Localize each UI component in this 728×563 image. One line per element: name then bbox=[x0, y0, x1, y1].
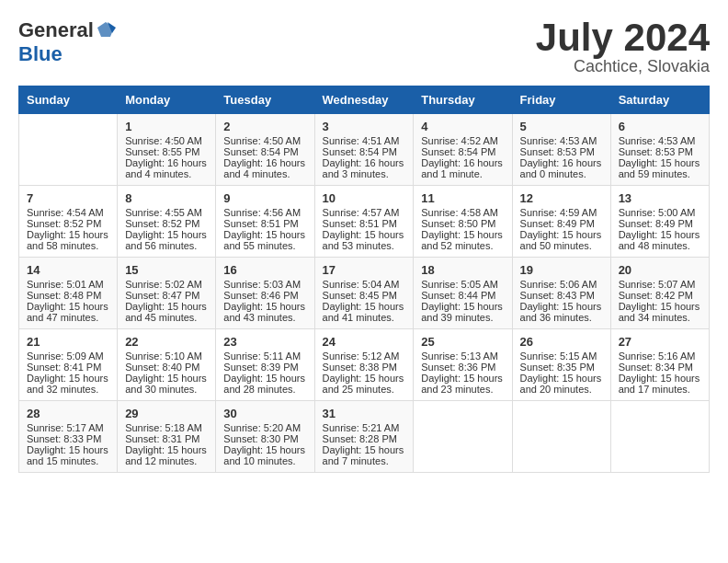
day-info-line: Daylight: 16 hours bbox=[223, 157, 306, 168]
calendar-cell: 18Sunrise: 5:05 AMSunset: 8:44 PMDayligh… bbox=[414, 258, 512, 329]
day-info-line: and 52 minutes. bbox=[421, 240, 504, 251]
column-header-monday: Monday bbox=[118, 86, 216, 114]
month-year-title: July 2024 bbox=[536, 18, 710, 57]
day-info-line: Sunrise: 5:03 AM bbox=[223, 279, 306, 290]
day-info-line: Sunrise: 5:16 AM bbox=[619, 350, 701, 362]
day-info-line: Daylight: 15 hours bbox=[27, 373, 109, 384]
calendar-cell: 9Sunrise: 4:56 AMSunset: 8:51 PMDaylight… bbox=[216, 186, 314, 258]
day-info-line: Sunset: 8:40 PM bbox=[125, 362, 208, 373]
day-info-line: Daylight: 15 hours bbox=[619, 373, 701, 384]
calendar-cell: 17Sunrise: 5:04 AMSunset: 8:45 PMDayligh… bbox=[314, 258, 414, 329]
column-header-tuesday: Tuesday bbox=[216, 86, 314, 114]
day-info-line: Daylight: 16 hours bbox=[125, 157, 208, 168]
day-info-line: Daylight: 15 hours bbox=[619, 301, 701, 312]
day-info-line: Sunrise: 5:04 AM bbox=[323, 279, 406, 290]
day-info-line: and 34 minutes. bbox=[619, 312, 701, 323]
day-number: 31 bbox=[323, 407, 406, 420]
day-info-line: Daylight: 15 hours bbox=[520, 229, 603, 240]
day-info-line: Sunrise: 4:59 AM bbox=[520, 207, 603, 218]
day-number: 7 bbox=[27, 191, 109, 205]
day-number: 8 bbox=[125, 191, 208, 205]
day-number: 14 bbox=[27, 263, 109, 277]
day-info-line: and 15 minutes. bbox=[27, 455, 109, 466]
day-info-line: and 43 minutes. bbox=[223, 312, 306, 323]
location-subtitle: Cachtice, Slovakia bbox=[536, 57, 710, 76]
day-info-line: Sunrise: 4:56 AM bbox=[223, 207, 306, 218]
day-info-line: Sunset: 8:45 PM bbox=[323, 290, 406, 301]
day-info-line: Sunset: 8:28 PM bbox=[323, 433, 406, 444]
day-info-line: Sunset: 8:51 PM bbox=[323, 218, 406, 229]
day-number: 25 bbox=[421, 335, 504, 349]
day-info-line: Sunrise: 4:51 AM bbox=[323, 135, 406, 146]
day-number: 23 bbox=[223, 335, 306, 349]
day-number: 22 bbox=[125, 335, 208, 349]
day-number: 13 bbox=[619, 191, 701, 205]
day-info-line: Sunset: 8:52 PM bbox=[27, 218, 109, 229]
day-info-line: Sunset: 8:36 PM bbox=[421, 362, 504, 373]
day-info-line: Daylight: 15 hours bbox=[619, 157, 701, 168]
day-info-line: Sunset: 8:44 PM bbox=[421, 290, 504, 301]
header: General Blue July 2024 Cachtice, Slovaki… bbox=[18, 18, 710, 76]
calendar-cell: 12Sunrise: 4:59 AMSunset: 8:49 PMDayligh… bbox=[512, 186, 610, 258]
day-info-line: Sunset: 8:54 PM bbox=[421, 146, 504, 157]
calendar-table: SundayMondayTuesdayWednesdayThursdayFrid… bbox=[18, 86, 710, 473]
calendar-cell: 6Sunrise: 4:53 AMSunset: 8:53 PMDaylight… bbox=[610, 114, 709, 186]
logo-general-text: General bbox=[18, 18, 94, 42]
day-info-line: Sunset: 8:53 PM bbox=[619, 146, 701, 157]
day-number: 17 bbox=[323, 263, 406, 277]
calendar-cell: 2Sunrise: 4:50 AMSunset: 8:54 PMDaylight… bbox=[216, 114, 314, 186]
day-info-line: Sunrise: 5:00 AM bbox=[619, 207, 701, 218]
day-info-line: Sunset: 8:31 PM bbox=[125, 433, 208, 444]
day-info-line: Daylight: 15 hours bbox=[421, 229, 504, 240]
day-info-line: Sunset: 8:51 PM bbox=[223, 218, 306, 229]
day-info-line: Sunrise: 4:58 AM bbox=[421, 207, 504, 218]
calendar-cell: 27Sunrise: 5:16 AMSunset: 8:34 PMDayligh… bbox=[610, 329, 709, 401]
day-info-line: Sunset: 8:30 PM bbox=[223, 433, 306, 444]
column-header-thursday: Thursday bbox=[414, 86, 512, 114]
day-info-line: Sunset: 8:43 PM bbox=[520, 290, 603, 301]
day-info-line: Sunset: 8:41 PM bbox=[27, 362, 109, 373]
day-info-line: Sunrise: 5:06 AM bbox=[520, 279, 603, 290]
day-info-line: Daylight: 15 hours bbox=[223, 373, 306, 384]
day-info-line: Sunset: 8:33 PM bbox=[27, 433, 109, 444]
day-info-line: and 48 minutes. bbox=[619, 240, 701, 251]
day-number: 2 bbox=[223, 120, 306, 133]
day-info-line: and 10 minutes. bbox=[223, 455, 306, 466]
calendar-cell: 13Sunrise: 5:00 AMSunset: 8:49 PMDayligh… bbox=[610, 186, 709, 258]
day-info-line: Daylight: 15 hours bbox=[223, 229, 306, 240]
column-header-sunday: Sunday bbox=[19, 86, 118, 114]
day-info-line: Daylight: 15 hours bbox=[27, 229, 109, 240]
day-info-line: Sunrise: 4:54 AM bbox=[27, 207, 109, 218]
day-info-line: and 0 minutes. bbox=[520, 168, 603, 179]
day-number: 10 bbox=[323, 191, 406, 205]
calendar-week-row: 14Sunrise: 5:01 AMSunset: 8:48 PMDayligh… bbox=[19, 258, 710, 329]
day-info-line: Daylight: 15 hours bbox=[421, 301, 504, 312]
calendar-cell: 25Sunrise: 5:13 AMSunset: 8:36 PMDayligh… bbox=[414, 329, 512, 401]
day-info-line: Sunrise: 4:50 AM bbox=[125, 135, 208, 146]
calendar-week-row: 7Sunrise: 4:54 AMSunset: 8:52 PMDaylight… bbox=[19, 186, 710, 258]
calendar-cell bbox=[512, 401, 610, 473]
day-info-line: Daylight: 15 hours bbox=[223, 444, 306, 455]
calendar-cell: 19Sunrise: 5:06 AMSunset: 8:43 PMDayligh… bbox=[512, 258, 610, 329]
day-info-line: and 30 minutes. bbox=[125, 384, 208, 395]
calendar-cell: 1Sunrise: 4:50 AMSunset: 8:55 PMDaylight… bbox=[118, 114, 216, 186]
day-info-line: Sunrise: 5:02 AM bbox=[125, 279, 208, 290]
day-number: 30 bbox=[223, 407, 306, 420]
day-info-line: Sunset: 8:49 PM bbox=[619, 218, 701, 229]
day-info-line: Sunset: 8:47 PM bbox=[125, 290, 208, 301]
calendar-week-row: 21Sunrise: 5:09 AMSunset: 8:41 PMDayligh… bbox=[19, 329, 710, 401]
calendar-cell: 3Sunrise: 4:51 AMSunset: 8:54 PMDaylight… bbox=[314, 114, 414, 186]
column-header-saturday: Saturday bbox=[610, 86, 709, 114]
day-info-line: Sunrise: 4:53 AM bbox=[520, 135, 603, 146]
day-info-line: Daylight: 16 hours bbox=[323, 157, 406, 168]
day-number: 28 bbox=[27, 407, 109, 420]
day-number: 12 bbox=[520, 191, 603, 205]
day-info-line: Sunset: 8:46 PM bbox=[223, 290, 306, 301]
day-info-line: Sunrise: 5:13 AM bbox=[421, 350, 504, 362]
day-info-line: Sunrise: 5:17 AM bbox=[27, 422, 109, 433]
calendar-cell bbox=[19, 114, 118, 186]
day-info-line: Daylight: 15 hours bbox=[323, 444, 406, 455]
day-info-line: and 4 minutes. bbox=[125, 168, 208, 179]
day-info-line: Daylight: 15 hours bbox=[223, 301, 306, 312]
logo-flag-icon bbox=[96, 20, 116, 40]
